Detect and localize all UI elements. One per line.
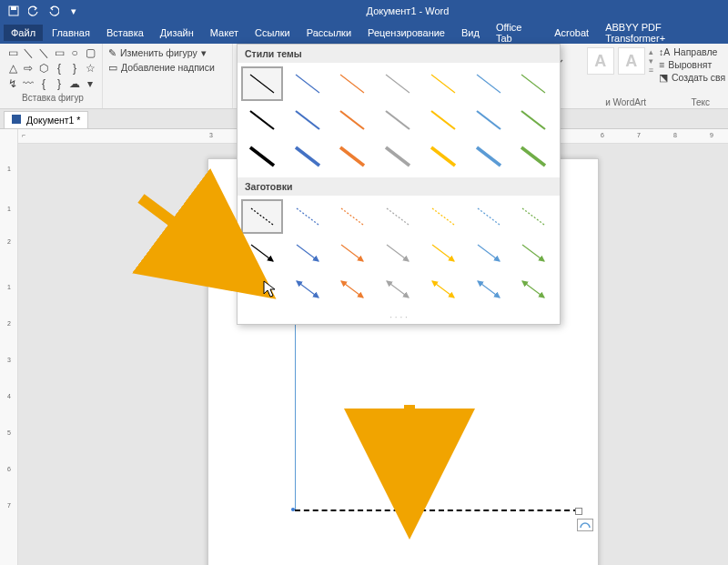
shape-tri[interactable]: △ <box>5 61 20 76</box>
svg-line-17 <box>250 147 274 166</box>
svg-line-5 <box>340 75 364 93</box>
shape-connector[interactable]: ↯ <box>5 76 20 91</box>
gallery-resize-grip[interactable]: · · · · <box>238 310 560 324</box>
preset-style-darrow-5b9bd5[interactable] <box>468 272 510 307</box>
shape-textbox[interactable]: ▭ <box>5 45 20 60</box>
theme-style-r0-c3[interactable] <box>377 66 419 101</box>
menu-abbyy[interactable]: ABBYY PDF Transformer+ <box>598 19 724 46</box>
wa-more-icon[interactable]: ≡ <box>649 66 653 75</box>
svg-line-25 <box>297 208 318 225</box>
theme-style-r0-c2[interactable] <box>331 66 373 101</box>
theme-style-r2-c4[interactable] <box>422 139 464 174</box>
redo-icon[interactable] <box>46 3 62 19</box>
qat-dropdown-icon[interactable]: ▾ <box>66 3 82 19</box>
wordart-style-1[interactable]: A <box>587 47 614 75</box>
save-icon[interactable] <box>5 3 22 19</box>
shape-more[interactable]: ▾ <box>83 76 97 91</box>
theme-style-r2-c5[interactable] <box>468 139 510 174</box>
menu-home[interactable]: Главная <box>45 25 97 41</box>
svg-line-29 <box>478 208 500 225</box>
menu-officetab[interactable]: Office Tab <box>489 19 545 46</box>
preset-style-arrow-5b9bd5[interactable] <box>468 236 510 270</box>
theme-style-r1-c1[interactable] <box>287 103 329 137</box>
create-link-button[interactable]: ⬔Создать свя <box>657 71 728 84</box>
wa-down-icon[interactable]: ▾ <box>649 56 653 66</box>
preset-style-darrow-ed7d31[interactable] <box>331 272 373 307</box>
theme-style-r2-c3[interactable] <box>377 139 419 174</box>
shape-oval[interactable]: ○ <box>67 45 82 60</box>
shape-curve[interactable]: 〰 <box>21 76 35 91</box>
theme-style-r1-c4[interactable] <box>422 103 464 137</box>
menu-mailings[interactable]: Рассылки <box>299 25 359 41</box>
shape-arrow-r[interactable]: ⇨ <box>21 61 35 76</box>
preset-style-arrow-ffc000[interactable] <box>422 236 464 270</box>
menu-layout[interactable]: Макет <box>203 25 246 41</box>
theme-style-r0-c4[interactable] <box>422 66 464 101</box>
theme-style-r1-c6[interactable] <box>512 103 554 137</box>
preset-style-dash-4472c4[interactable] <box>287 199 329 234</box>
align-text-button[interactable]: ≡Выровнят <box>657 58 728 71</box>
preset-style-dash-70ad47[interactable] <box>512 199 554 234</box>
shape-rect[interactable]: ▭ <box>52 45 66 60</box>
menu-file[interactable]: Файл <box>4 25 43 41</box>
preset-style-dash-5b9bd5[interactable] <box>468 199 510 234</box>
wordart-group-label: и WordArt <box>605 97 646 107</box>
shape-line2[interactable]: ＼ <box>36 45 51 60</box>
preset-style-arrow-70ad47[interactable] <box>512 236 554 270</box>
svg-line-6 <box>386 75 410 93</box>
theme-style-r0-c6[interactable] <box>512 66 554 101</box>
shape-bracket-l[interactable]: { <box>52 61 66 76</box>
theme-style-r0-c1[interactable] <box>287 66 329 101</box>
menu-view[interactable]: Вид <box>454 25 487 41</box>
edit-shape-button[interactable]: ✎ Изменить фигуру ▾ <box>105 45 230 60</box>
theme-style-r0-c5[interactable] <box>468 66 510 101</box>
svg-line-43 <box>478 281 500 298</box>
shape-bracket-r[interactable]: } <box>67 61 82 76</box>
shape-cloud[interactable]: ☁ <box>67 76 82 91</box>
theme-style-r1-c2[interactable] <box>331 103 373 137</box>
theme-style-r1-c0[interactable] <box>241 103 283 137</box>
theme-style-r2-c0[interactable] <box>241 139 283 174</box>
shape-roundrect[interactable]: ▢ <box>83 45 97 60</box>
preset-style-darrow-4472c4[interactable] <box>287 272 329 307</box>
shape-line[interactable]: ＼ <box>21 45 35 60</box>
wordart-style-2[interactable]: A <box>618 47 645 75</box>
shape-brace-l[interactable]: { <box>36 76 51 91</box>
svg-line-10 <box>250 111 274 129</box>
theme-style-r1-c5[interactable] <box>468 103 510 137</box>
preset-style-arrow-a5a5a5[interactable] <box>377 236 419 270</box>
theme-style-r1-c3[interactable] <box>377 103 419 137</box>
shape-hex[interactable]: ⬡ <box>36 61 51 76</box>
svg-line-28 <box>432 208 454 225</box>
menu-references[interactable]: Ссылки <box>248 25 298 41</box>
menu-design[interactable]: Дизайн <box>153 25 201 41</box>
doc-tab-1[interactable]: Документ1 * <box>4 111 88 128</box>
undo-icon[interactable] <box>25 3 42 19</box>
menu-review[interactable]: Рецензирование <box>360 25 452 41</box>
shape-star[interactable]: ☆ <box>83 61 97 76</box>
svg-line-33 <box>341 245 363 261</box>
wa-up-icon[interactable]: ▴ <box>649 47 653 56</box>
add-caption-button[interactable]: ▭ Добавление надписи <box>105 60 230 75</box>
dashed-line-shape[interactable] <box>295 510 579 511</box>
preset-style-dash-ed7d31[interactable] <box>331 199 373 234</box>
shape-brace-r[interactable]: } <box>52 76 66 91</box>
preset-style-darrow-70ad47[interactable] <box>512 272 554 307</box>
preset-style-darrow-ffc000[interactable] <box>422 272 464 307</box>
theme-style-r2-c6[interactable] <box>512 139 554 174</box>
menu-insert[interactable]: Вставка <box>99 25 151 41</box>
menu-acrobat[interactable]: Acrobat <box>547 25 596 41</box>
text-direction-button[interactable]: ↕AНаправле <box>657 45 728 58</box>
vertical-ruler[interactable]: 1 1 2 1 2 3 4 5 6 7 <box>0 129 18 565</box>
theme-styles-header: Стили темы <box>238 45 560 63</box>
theme-style-r0-c0[interactable] <box>241 66 283 101</box>
preset-style-dash-a5a5a5[interactable] <box>377 199 419 234</box>
preset-style-arrow-ed7d31[interactable] <box>331 236 373 270</box>
preset-style-darrow-a5a5a5[interactable] <box>377 272 419 307</box>
svg-line-14 <box>431 111 455 129</box>
preset-style-dash-ffc000[interactable] <box>422 199 464 234</box>
preset-style-arrow-4472c4[interactable] <box>287 236 329 270</box>
layout-options-button[interactable] <box>577 519 593 531</box>
theme-style-r2-c1[interactable] <box>287 139 329 174</box>
theme-style-r2-c2[interactable] <box>331 139 373 174</box>
